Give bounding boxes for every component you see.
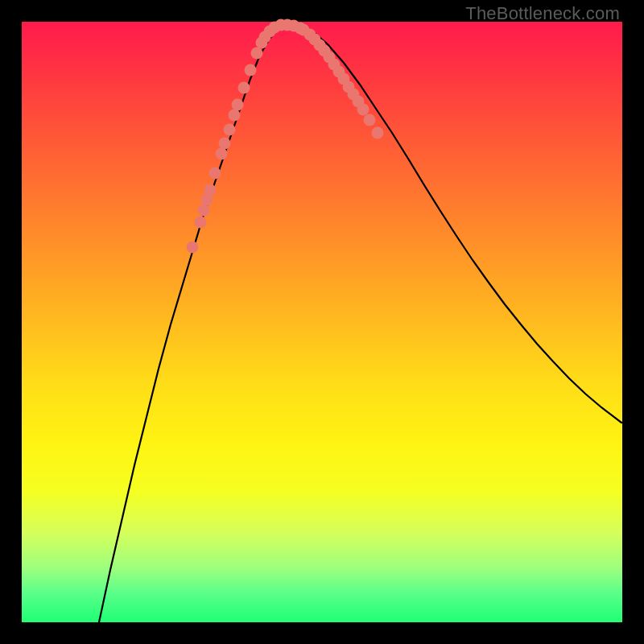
curve-dot <box>372 127 384 139</box>
watermark-text: TheBottleneck.com <box>465 3 620 24</box>
curve-dot <box>238 82 250 94</box>
plot-area <box>22 22 622 622</box>
curve-dot <box>251 47 263 60</box>
curve-dot <box>198 204 210 217</box>
curve-dot-cluster <box>187 19 384 254</box>
curve-dot <box>364 114 376 126</box>
curve-dot <box>232 99 244 111</box>
curve-dot <box>357 104 369 116</box>
curve-dot <box>209 167 221 180</box>
curve-dot <box>195 217 207 229</box>
curve-dot <box>229 109 241 122</box>
bottleneck-curve-svg <box>22 22 622 622</box>
curve-dot <box>224 124 236 136</box>
chart-frame: TheBottleneck.com <box>0 0 644 644</box>
curve-dot <box>219 138 231 150</box>
bottleneck-curve <box>99 27 621 622</box>
curve-dot <box>245 64 257 76</box>
curve-dot <box>216 148 228 160</box>
curve-dot <box>187 242 199 254</box>
curve-dot <box>204 184 217 196</box>
